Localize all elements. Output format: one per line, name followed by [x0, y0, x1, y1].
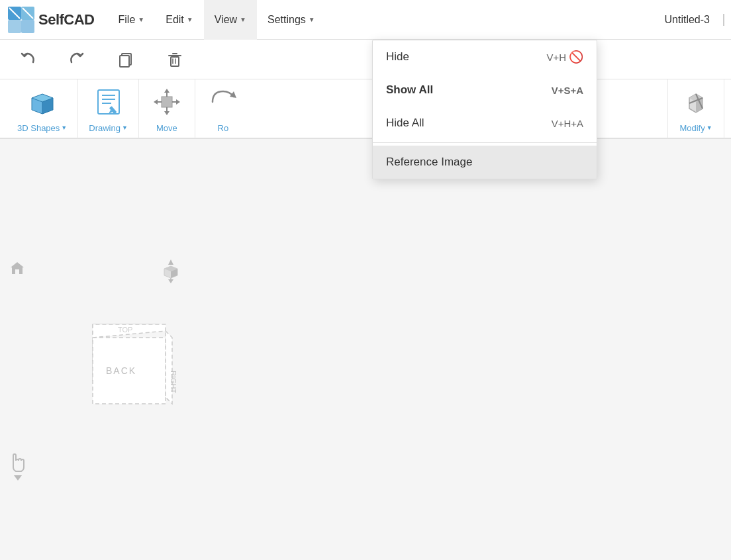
dropdown-divider [373, 142, 597, 143]
logo-text: SelfCAD [38, 11, 95, 28]
svg-rect-2 [8, 20, 21, 33]
nav-gizmo-icon [159, 258, 183, 291]
svg-marker-29 [154, 99, 158, 105]
view-dropdown: Hide V+H 🚫 Show All V+S+A Hide All V+H+A… [372, 40, 597, 179]
svg-rect-20 [98, 90, 119, 114]
toolbar [0, 40, 731, 79]
tool-3d-shapes[interactable]: 3D Shapes ▼ [7, 79, 78, 138]
svg-marker-41 [11, 262, 24, 274]
svg-marker-27 [164, 89, 170, 93]
svg-marker-42 [168, 259, 173, 265]
home-icon[interactable] [9, 260, 25, 279]
eye-slash-icon: 🚫 [569, 50, 583, 64]
svg-marker-58 [14, 475, 22, 481]
tool-modify[interactable]: Modify ▼ [667, 79, 724, 138]
menu-view[interactable]: View ▼ [204, 0, 257, 40]
tool-rotate[interactable]: Ro [195, 79, 251, 138]
tool-drawing-label: Drawing ▼ [89, 123, 128, 133]
redo-button[interactable] [62, 48, 91, 71]
nav-gizmo[interactable] [159, 258, 183, 291]
view-arrow: ▼ [240, 16, 246, 23]
copy-button[interactable] [111, 48, 140, 71]
svg-text:BACK: BACK [106, 365, 136, 376]
tools-row: 3D Shapes ▼ Drawing ▼ [0, 79, 731, 139]
svg-text:TOP: TOP [118, 326, 132, 334]
move-icon [150, 85, 184, 119]
menu-edit[interactable]: Edit ▼ [155, 0, 203, 40]
svg-rect-8 [171, 57, 179, 66]
file-arrow: ▼ [138, 16, 144, 23]
edit-arrow: ▼ [187, 16, 193, 23]
svg-text:RIGHT: RIGHT [170, 371, 177, 394]
svg-rect-7 [120, 56, 129, 67]
dropdown-hide-all[interactable]: Hide All V+H+A [373, 107, 597, 140]
svg-marker-28 [164, 111, 170, 115]
undo-button[interactable] [13, 48, 42, 71]
document-title: Untitled-3 [652, 14, 724, 26]
cube-3d-icon [25, 85, 60, 119]
dropdown-hide[interactable]: Hide V+H 🚫 [373, 40, 597, 73]
viewport: BACK RIGHT TOP [0, 139, 731, 560]
modify-icon [679, 85, 713, 119]
pan-icon[interactable] [8, 450, 28, 481]
top-menubar: SelfCAD File ▼ Edit ▼ View ▼ Settings ▼ … [0, 0, 731, 40]
svg-marker-30 [176, 99, 180, 105]
tool-drawing[interactable]: Drawing ▼ [78, 79, 139, 138]
delete-button[interactable] [160, 48, 189, 71]
down-arrow-icon [13, 474, 23, 481]
svg-rect-3 [21, 20, 34, 33]
delete-icon [166, 50, 184, 69]
redo-icon [68, 50, 86, 69]
copy-icon [117, 50, 135, 69]
logo-icon [7, 5, 36, 34]
dropdown-show-all[interactable]: Show All V+S+A [373, 73, 597, 107]
drawing-icon [91, 85, 126, 119]
logo-area: SelfCAD [7, 5, 95, 34]
menu-file[interactable]: File ▼ [108, 0, 156, 40]
hand-icon [8, 450, 28, 474]
tool-3d-shapes-label: 3D Shapes ▼ [17, 123, 67, 133]
menu-settings[interactable]: Settings ▼ [257, 0, 326, 40]
tool-modify-label: Modify ▼ [679, 123, 712, 133]
settings-arrow: ▼ [309, 16, 315, 23]
scene-cube: BACK RIGHT TOP [60, 304, 192, 417]
undo-icon [19, 50, 37, 69]
svg-rect-26 [162, 97, 172, 107]
dropdown-reference-image[interactable]: Reference Image [373, 146, 597, 179]
tool-rotate-label: Ro [218, 123, 229, 133]
tool-move[interactable]: Move [139, 79, 195, 138]
rotate-icon [206, 85, 240, 119]
tool-move-label: Move [156, 123, 177, 133]
